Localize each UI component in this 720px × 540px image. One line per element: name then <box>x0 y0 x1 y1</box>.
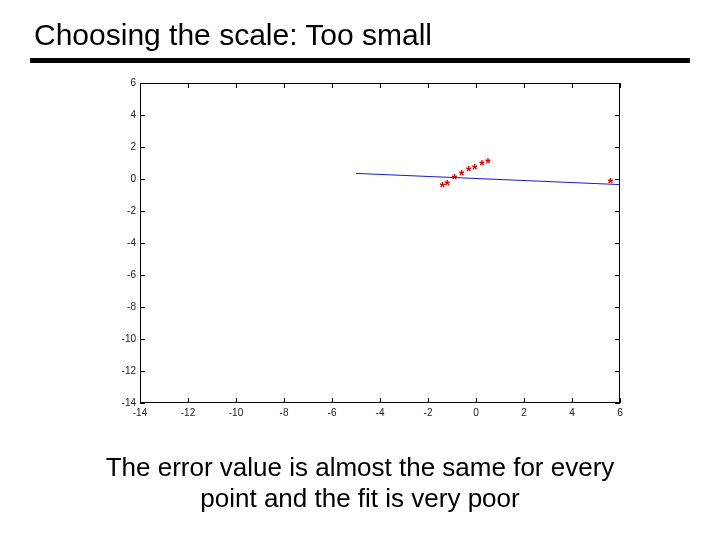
y-tick-label: -2 <box>96 206 136 216</box>
y-tick <box>140 115 145 116</box>
x-tick-label: -14 <box>125 407 155 419</box>
x-tick <box>236 398 237 403</box>
slide-title: Choosing the scale: Too small <box>0 0 720 58</box>
y-tick <box>140 275 145 276</box>
x-tick <box>428 398 429 403</box>
y-tick <box>615 339 620 340</box>
x-tick <box>284 83 285 88</box>
y-tick-label: -12 <box>96 366 136 376</box>
x-tick <box>476 83 477 88</box>
plot-svg: ********* <box>140 83 620 403</box>
x-tick <box>332 83 333 88</box>
y-tick-label: 2 <box>96 142 136 152</box>
x-tick-label: -8 <box>269 407 299 419</box>
x-tick <box>524 398 525 403</box>
x-tick <box>620 398 621 403</box>
y-tick <box>615 243 620 244</box>
x-tick <box>140 398 141 403</box>
y-tick <box>615 371 620 372</box>
y-tick <box>615 275 620 276</box>
y-tick <box>140 243 145 244</box>
y-tick <box>615 179 620 180</box>
y-tick-label: 4 <box>96 110 136 120</box>
x-tick <box>572 83 573 88</box>
y-tick <box>140 371 145 372</box>
title-underline <box>30 58 690 63</box>
y-tick-label: -6 <box>96 270 136 280</box>
y-tick <box>615 211 620 212</box>
x-tick-label: 4 <box>557 407 587 419</box>
y-tick-label: 6 <box>96 78 136 88</box>
x-tick <box>236 83 237 88</box>
caption-line-1: The error value is almost the same for e… <box>106 452 615 482</box>
x-tick <box>140 83 141 88</box>
y-tick-label: -4 <box>96 238 136 248</box>
y-tick <box>140 179 145 180</box>
chart: ********* -14-12-10-8-6-4-20246-14-12-10… <box>80 73 640 433</box>
x-tick <box>572 398 573 403</box>
x-tick <box>188 398 189 403</box>
y-tick-label: -10 <box>96 334 136 344</box>
x-tick-label: -6 <box>317 407 347 419</box>
y-tick <box>140 403 145 404</box>
data-point: * <box>484 157 492 173</box>
x-tick-label: -2 <box>413 407 443 419</box>
x-tick <box>428 83 429 88</box>
y-tick <box>140 307 145 308</box>
caption-line-2: point and the fit is very poor <box>200 483 519 513</box>
y-tick <box>615 403 620 404</box>
x-tick <box>620 83 621 88</box>
x-tick <box>332 398 333 403</box>
x-tick <box>380 83 381 88</box>
x-tick-label: -4 <box>365 407 395 419</box>
y-tick-label: 0 <box>96 174 136 184</box>
y-tick <box>140 339 145 340</box>
y-tick <box>140 211 145 212</box>
x-tick <box>284 398 285 403</box>
x-tick-label: 0 <box>461 407 491 419</box>
x-tick-label: -12 <box>173 407 203 419</box>
fit-line <box>356 173 620 184</box>
y-tick <box>615 147 620 148</box>
x-tick <box>188 83 189 88</box>
caption: The error value is almost the same for e… <box>0 452 720 514</box>
x-tick-label: 2 <box>509 407 539 419</box>
y-tick-label: -8 <box>96 302 136 312</box>
x-tick <box>380 398 381 403</box>
x-tick-label: 6 <box>605 407 635 419</box>
y-tick <box>140 147 145 148</box>
y-tick <box>615 307 620 308</box>
y-tick <box>615 115 620 116</box>
x-tick <box>476 398 477 403</box>
x-tick-label: -10 <box>221 407 251 419</box>
x-tick <box>524 83 525 88</box>
